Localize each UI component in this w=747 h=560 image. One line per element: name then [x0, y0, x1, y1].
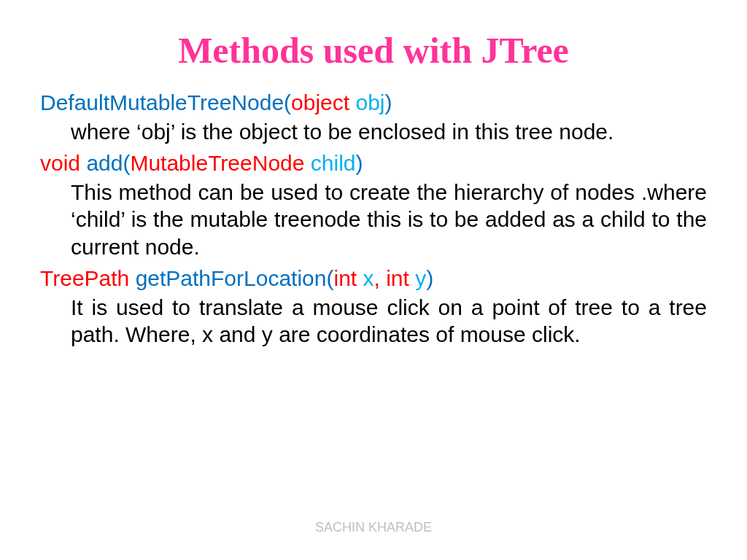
method-description: It is used to translate a mouse click on… — [71, 294, 707, 349]
sig-token: , — [374, 266, 387, 290]
slide-title: Methods used with JTree — [40, 29, 707, 71]
sig-token: ) — [426, 266, 433, 290]
sig-token: object — [291, 90, 355, 114]
sig-token: x — [363, 266, 374, 290]
sig-token: y — [415, 266, 426, 290]
method-description: where ‘obj’ is the object to be enclosed… — [71, 118, 707, 146]
method-signature: void add(MutableTreeNode child) — [40, 149, 707, 177]
sig-token: ) — [385, 90, 392, 114]
sig-token: int — [333, 266, 363, 290]
method-description: This method can be used to create the hi… — [71, 179, 707, 261]
sig-token: add( — [86, 151, 130, 175]
sig-token: ) — [355, 151, 363, 175]
slide-content: DefaultMutableTreeNode(object obj) where… — [40, 89, 707, 349]
slide: Methods used with JTree DefaultMutableTr… — [0, 0, 747, 349]
sig-token: TreePath — [40, 266, 136, 290]
sig-token: child — [311, 151, 356, 175]
method-signature: TreePath getPathForLocation(int x, int y… — [40, 265, 707, 292]
sig-token: MutableTreeNode — [130, 151, 310, 175]
sig-token: DefaultMutableTreeNode( — [40, 90, 291, 114]
sig-token: obj — [355, 90, 384, 114]
method-signature: DefaultMutableTreeNode(object obj) — [40, 89, 707, 117]
sig-token: int — [386, 266, 415, 290]
footer-author: SACHIN KHARADE — [0, 520, 747, 535]
sig-token: void — [40, 151, 86, 175]
sig-token: getPathForLocation( — [136, 266, 334, 290]
